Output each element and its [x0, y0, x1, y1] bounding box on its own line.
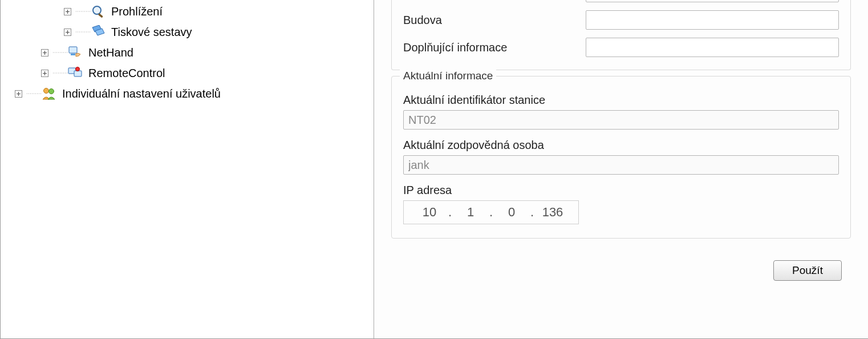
- budova-label: Budova: [403, 14, 586, 27]
- expand-icon[interactable]: [13, 88, 23, 99]
- settings-tree[interactable]: Prohlížení Tiskové sestavy: [1, 1, 374, 104]
- dopln-label: Doplňující informace: [403, 41, 586, 54]
- station-id-label: Aktuální identifikátor stanice: [403, 94, 839, 107]
- ip-address-box: 10 . 1 . 0 . 136: [403, 200, 579, 224]
- apply-button[interactable]: Použít: [773, 260, 842, 281]
- app-window: Prohlížení Tiskové sestavy: [0, 0, 868, 339]
- magnifier-icon: [91, 4, 106, 19]
- dopln-input[interactable]: [586, 38, 839, 57]
- svg-rect-16: [69, 47, 77, 53]
- svg-rect-17: [71, 54, 75, 55]
- svg-rect-23: [74, 71, 82, 76]
- tree-panel: Prohlížení Tiskové sestavy: [1, 0, 374, 338]
- expand-icon[interactable]: [62, 27, 72, 37]
- tree-connector: [27, 88, 42, 99]
- current-info-group: Aktuální informace Aktuální identifikáto…: [391, 76, 851, 239]
- upper-field-input[interactable]: [586, 0, 839, 2]
- tree-label: Tiskové sestavy: [111, 22, 192, 42]
- expand-icon[interactable]: [62, 6, 72, 17]
- tree-item-tiskove[interactable]: Tiskové sestavy: [1, 22, 374, 42]
- reports-icon: [91, 25, 106, 39]
- person-input: [403, 155, 839, 175]
- svg-point-30: [49, 89, 54, 94]
- tree-item-individual[interactable]: Individuální nastavení uživatelů: [1, 83, 374, 104]
- expand-icon[interactable]: [39, 47, 50, 58]
- ip-octet-2: 1: [455, 205, 486, 220]
- ip-octet-4: 136: [537, 205, 568, 220]
- tree-label: NetHand: [88, 42, 133, 63]
- tree-connector: [53, 47, 68, 58]
- users-icon: [42, 86, 56, 101]
- tree-label: Individuální nastavení uživatelů: [62, 83, 221, 104]
- svg-point-29: [44, 88, 49, 94]
- person-label: Aktuální zodpovědná osoba: [403, 139, 839, 152]
- tree-connector: [76, 27, 91, 37]
- svg-point-24: [76, 67, 80, 71]
- expand-icon[interactable]: [39, 68, 50, 78]
- upper-group: Budova Doplňující informace: [391, 0, 851, 70]
- remotecontrol-icon: [68, 66, 83, 80]
- form-panel: Budova Doplňující informace Aktuální inf…: [374, 0, 868, 338]
- nethand-icon: [68, 45, 83, 60]
- tree-label: RemoteControl: [88, 63, 165, 83]
- ip-label: IP adresa: [403, 184, 839, 197]
- svg-point-4: [93, 6, 101, 14]
- station-id-input: [403, 110, 839, 130]
- tree-label: Prohlížení: [111, 1, 163, 22]
- tree-connector: [53, 68, 68, 78]
- svg-rect-5: [98, 13, 103, 18]
- tree-item-prohlizeni[interactable]: Prohlížení: [1, 1, 374, 22]
- tree-item-nethand[interactable]: NetHand: [1, 42, 374, 63]
- budova-input[interactable]: [586, 10, 839, 30]
- tree-item-remotecontrol[interactable]: RemoteControl: [1, 63, 374, 83]
- group-legend: Aktuální informace: [400, 70, 496, 82]
- ip-octet-3: 0: [496, 205, 527, 220]
- tree-connector: [76, 6, 91, 17]
- ip-octet-1: 10: [414, 205, 445, 220]
